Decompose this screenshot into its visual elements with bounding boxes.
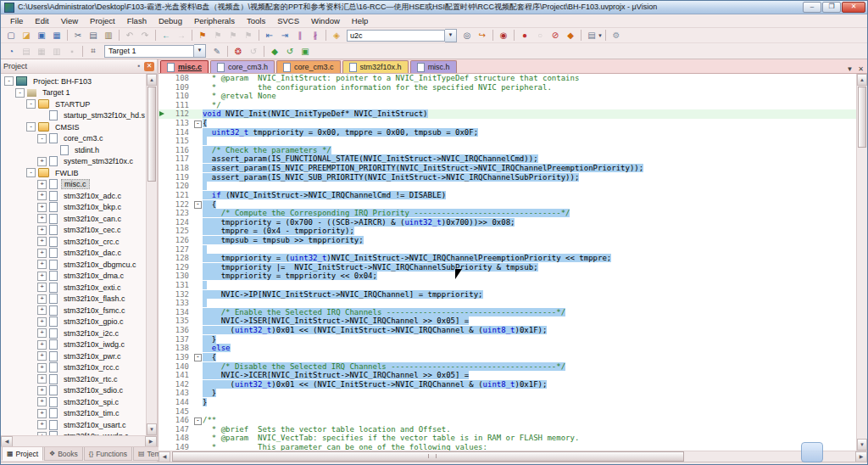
- code-line-138[interactable]: 138 else: [159, 344, 856, 353]
- code-line-137[interactable]: 137 }: [159, 335, 856, 345]
- document-tab-core_cm3-h[interactable]: core_cm3.h: [210, 60, 275, 73]
- expand-icon[interactable]: +: [37, 237, 47, 246]
- expand-icon[interactable]: +: [37, 351, 47, 361]
- code-line-128[interactable]: 128 tmppriority = (uint32_t)NVIC_InitStr…: [159, 254, 856, 263]
- menu-item-peripherals[interactable]: Peripherals: [188, 15, 241, 26]
- navigate-back-icon[interactable]: ←: [159, 28, 174, 42]
- menu-item-svcs[interactable]: SVCS: [271, 15, 305, 26]
- menu-item-tools[interactable]: Tools: [241, 15, 271, 26]
- tree-item-stm32f10x-crc-c[interactable]: +stm32f10x_crc.c: [1, 236, 146, 248]
- expand-icon[interactable]: +: [37, 409, 47, 418]
- tree-vertical-scrollbar[interactable]: ▲ ▼: [146, 74, 157, 435]
- scroll-up-icon[interactable]: ▲: [857, 74, 867, 86]
- code-line-127[interactable]: 127: [159, 245, 856, 255]
- expand-icon[interactable]: +: [37, 214, 47, 223]
- breakpoint-kill-icon[interactable]: ○: [532, 28, 548, 42]
- close-button[interactable]: ✕: [842, 2, 865, 13]
- menu-item-debug[interactable]: Debug: [153, 15, 188, 26]
- cut-icon[interactable]: ✂: [70, 28, 86, 42]
- open-folder-icon[interactable]: ◪: [19, 28, 34, 42]
- menu-item-flash[interactable]: Flash: [121, 15, 153, 26]
- code-line-140[interactable]: 140 /* Disable the Selected IRQ Channels…: [159, 362, 856, 372]
- tree-item-stm32f10x-usart-c[interactable]: +stm32f10x_usart.c: [1, 419, 146, 431]
- code-line-144[interactable]: 144}: [159, 398, 856, 407]
- menu-item-edit[interactable]: Edit: [29, 15, 54, 26]
- tree-item-stm32f10x-dbgmcu-c[interactable]: +stm32f10x_dbgmcu.c: [1, 259, 146, 271]
- bookmark-prev-icon[interactable]: ⚑: [210, 28, 225, 42]
- tree-item-stm32f10x-adc-c[interactable]: +stm32f10x_adc.c: [1, 190, 146, 202]
- debug-session-icon[interactable]: ❂: [231, 44, 246, 59]
- expand-icon[interactable]: +: [37, 260, 47, 269]
- code-line-136[interactable]: 136 (uint32_t)0x01 << (NVIC_InitStruct->…: [159, 326, 856, 335]
- tree-item-stm32f10x-gpio-c[interactable]: +stm32f10x_gpio.c: [1, 317, 146, 328]
- tree-item-startup[interactable]: -STARTUP: [1, 98, 146, 110]
- tree-item-stdint-h[interactable]: +stdint.h: [1, 144, 146, 156]
- editor-horizontal-scrollbar[interactable]: ◀ ▶: [159, 451, 867, 462]
- panel-close-icon[interactable]: ✕: [144, 62, 154, 71]
- collapse-icon[interactable]: -: [4, 76, 14, 86]
- collapse-icon[interactable]: -: [15, 88, 25, 98]
- code-line-109[interactable]: 109 * the configuration information for …: [159, 83, 856, 92]
- code-line-119[interactable]: 119 assert_param(IS_NVIC_SUB_PRIORITY(NV…: [159, 173, 856, 182]
- restore-button[interactable]: ❐: [822, 2, 841, 13]
- expand-icon[interactable]: +: [37, 363, 47, 373]
- code-line-147[interactable]: 147 * @brief Sets the vector table locat…: [159, 425, 856, 434]
- tree-item-stm32f10x-can-c[interactable]: +stm32f10x_can.c: [1, 213, 146, 225]
- insert-sequence-icon[interactable]: ◆: [267, 44, 282, 59]
- tree-item-stm32f10x-bkp-c[interactable]: +stm32f10x_bkp.c: [1, 202, 146, 214]
- new-file-icon[interactable]: ▢: [3, 28, 19, 42]
- scroll-thumb[interactable]: [147, 87, 156, 182]
- copy-icon[interactable]: ▤: [86, 28, 101, 42]
- tree-item-stm32f10x-rcc-c[interactable]: +stm32f10x_rcc.c: [1, 362, 146, 374]
- document-tab-misc-h[interactable]: misc.h: [410, 60, 457, 73]
- panel-tab-books[interactable]: ❖Books: [44, 447, 83, 461]
- document-tab-misc-c[interactable]: misc.c: [160, 60, 209, 73]
- menu-item-window[interactable]: Window: [305, 15, 346, 26]
- code-line-129[interactable]: 129 tmppriority |= NVIC_InitStruct->NVIC…: [159, 263, 856, 272]
- tree-item-misc-c[interactable]: +misc.c: [1, 179, 146, 191]
- tree-item-system-stm32f10x-c[interactable]: +system_stm32f10x.c: [1, 156, 146, 168]
- scroll-down-icon[interactable]: ▼: [147, 423, 157, 435]
- tab-list-dropdown-icon[interactable]: ▼: [846, 65, 853, 73]
- scroll-thumb[interactable]: [858, 87, 866, 148]
- search-dropdown-icon[interactable]: ▼: [445, 29, 457, 42]
- minimize-button[interactable]: –: [803, 2, 821, 13]
- panel-tab-project[interactable]: ▦Project: [2, 447, 43, 461]
- tree-item-stm32f10x-fsmc-c[interactable]: +stm32f10x_fsmc.c: [1, 305, 146, 317]
- search-input[interactable]: [347, 30, 445, 42]
- code-line-122[interactable]: 122- {: [159, 200, 856, 210]
- tree-item-core-cm3-c[interactable]: -core_cm3.c: [1, 133, 146, 145]
- code-line-149[interactable]: 149 * This parameter can be one of the f…: [159, 443, 856, 451]
- code-line-126[interactable]: 126 tmpsub = tmpsub >> tmppriority;: [159, 236, 856, 245]
- tree-item-stm32f10x-sdio-c[interactable]: +stm32f10x_sdio.c: [1, 385, 146, 397]
- navigate-forward-icon[interactable]: →: [174, 28, 189, 42]
- rebuild-icon[interactable]: ▦: [34, 44, 49, 59]
- tree-item-startup-stm32f10x-hd-s[interactable]: +startup_stm32f10x_hd.s: [1, 110, 146, 122]
- code-line-130[interactable]: 130 tmppriority = tmppriority << 0x04;: [159, 272, 856, 281]
- target-select-value[interactable]: Target 1: [104, 45, 194, 58]
- redo-icon[interactable]: ↷: [137, 28, 153, 42]
- fold-collapse-icon[interactable]: -: [194, 417, 202, 425]
- tree-item-stm32f10x-spi-c[interactable]: +stm32f10x_spi.c: [1, 396, 146, 408]
- expand-icon[interactable]: +: [37, 180, 47, 189]
- expand-icon[interactable]: +: [37, 272, 47, 281]
- expand-icon[interactable]: +: [37, 386, 47, 395]
- manage-run-time-icon[interactable]: ↺: [282, 44, 298, 59]
- tree-item-stm32f10x-rtc-c[interactable]: +stm32f10x_rtc.c: [1, 373, 146, 385]
- expand-icon[interactable]: +: [37, 374, 47, 384]
- scroll-right-icon[interactable]: ▶: [855, 451, 867, 462]
- paste-icon[interactable]: ▥: [101, 28, 116, 42]
- code-line-142[interactable]: 142 (uint32_t)0x01 << (NVIC_InitStruct->…: [159, 380, 856, 389]
- code-line-135[interactable]: 135 NVIC->ISER[NVIC_InitStruct->NVIC_IRQ…: [159, 317, 856, 326]
- save-icon[interactable]: ▣: [34, 28, 49, 42]
- code-line-112[interactable]: 112void NVIC_Init(NVIC_InitTypeDef* NVIC…: [159, 109, 856, 119]
- menu-item-project[interactable]: Project: [84, 15, 121, 26]
- code-line-123[interactable]: 123 /* Compute the Corresponding IRQ Pri…: [159, 209, 856, 218]
- code-line-133[interactable]: 133: [159, 299, 856, 308]
- tree-item-target-1[interactable]: -Target 1: [1, 87, 146, 99]
- configure-wrench-icon[interactable]: ⚙: [609, 28, 624, 42]
- stop-build-icon[interactable]: ▪: [64, 44, 80, 59]
- tree-horizontal-scrollbar[interactable]: ◀ ▶: [1, 435, 157, 446]
- expand-icon[interactable]: +: [37, 328, 47, 338]
- collapse-icon[interactable]: -: [26, 122, 36, 132]
